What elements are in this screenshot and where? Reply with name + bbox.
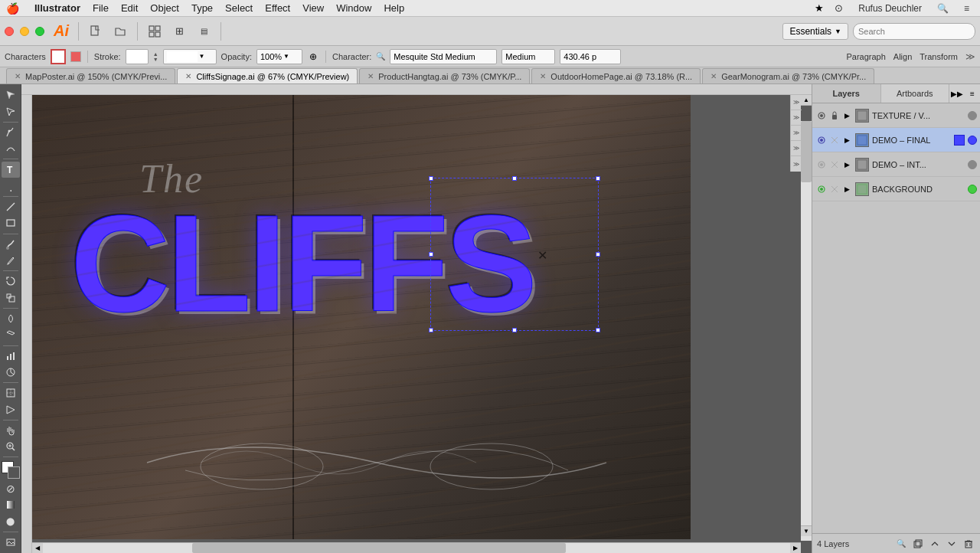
minimize-button[interactable] (20, 27, 29, 36)
hscroll-track[interactable] (43, 543, 790, 553)
vertical-scrollbar[interactable]: ▲ ▼ (801, 95, 812, 536)
type-tool[interactable]: T (2, 162, 20, 177)
pen-tool[interactable] (2, 125, 20, 140)
close-button[interactable] (5, 27, 14, 36)
image-import-btn[interactable] (2, 535, 20, 550)
layer-row-demo-int[interactable]: ▶ DEMO – INT... (812, 152, 980, 177)
layer-target-1[interactable] (968, 111, 977, 120)
layer-lock-2[interactable] (829, 135, 840, 146)
menu-view[interactable]: View (296, 1, 330, 15)
paintbrush-tool[interactable] (2, 237, 20, 252)
menu-select[interactable]: Select (219, 1, 259, 15)
stroke-color-swatch[interactable] (8, 466, 20, 479)
curvature-tool[interactable] (2, 141, 20, 156)
font-size-input[interactable]: 430.46 p (560, 49, 621, 64)
search-icon[interactable]: 🔍 (933, 2, 953, 15)
data-graph-tool[interactable] (2, 365, 20, 380)
move-up-btn[interactable] (928, 537, 942, 551)
tab-outdoor-homepage[interactable]: ✕ OutdoorHomePage.ai @ 73.18% (R... (531, 68, 701, 83)
menu-app[interactable]: Illustrator (28, 1, 87, 15)
artwork-canvas[interactable]: The CLIFFS (32, 95, 691, 539)
tab-map-poster[interactable]: ✕ MapPoster.ai @ 150% (CMYK/Previ... (6, 68, 175, 83)
toggle-btn[interactable]: ▤ (193, 21, 214, 42)
scroll-right-btn[interactable]: ▶ (790, 543, 801, 553)
stroke-up-btn[interactable]: ▲▼ (153, 51, 158, 62)
layer-target-3[interactable] (968, 160, 977, 169)
tab-gear-monogram[interactable]: ✕ GearMonogram.ai @ 73% (CMYK/Pr... (702, 68, 874, 83)
link-btn[interactable]: ⊕ (307, 51, 319, 63)
pencil-tool[interactable] (2, 253, 20, 268)
menu-window[interactable]: Window (330, 1, 377, 15)
essentials-dropdown[interactable]: Essentials ▼ (782, 23, 848, 40)
tab-product-hangtag[interactable]: ✕ ProductHangtag.ai @ 73% (CMYK/P... (359, 68, 530, 83)
expand-panel-btn-1[interactable]: ≫ (791, 95, 802, 110)
direct-select-tool[interactable] (2, 103, 20, 119)
scroll-thumb[interactable] (801, 121, 812, 182)
layer-target-2[interactable] (968, 136, 977, 145)
select-tool[interactable] (2, 87, 20, 103)
layer-visibility-1[interactable] (815, 110, 828, 122)
layers-tab[interactable]: Layers (812, 84, 881, 103)
tab-close-2[interactable]: ✕ (185, 72, 191, 80)
layer-expand-2[interactable]: ▶ (841, 135, 852, 146)
expand-panel-btn-5[interactable]: ≫ (791, 156, 802, 172)
menu-effect[interactable]: Effect (259, 1, 296, 15)
scroll-left-btn[interactable]: ◀ (32, 543, 43, 553)
hand-tool[interactable] (2, 423, 20, 438)
layer-visibility-2[interactable] (815, 134, 828, 146)
horizontal-scrollbar[interactable]: ◀ ▶ (32, 542, 801, 553)
font-name-select[interactable]: Mesquite Std Medium (390, 49, 497, 64)
tab-close-4[interactable]: ✕ (540, 72, 546, 80)
slice-tool[interactable] (2, 401, 20, 417)
menu-type[interactable]: Type (185, 1, 219, 15)
stroke-color-select[interactable]: ▼ (163, 49, 217, 64)
color-gradient-btn[interactable] (2, 497, 20, 512)
layer-expand-4[interactable]: ▶ (841, 184, 852, 195)
menu-edit[interactable]: Edit (115, 1, 144, 15)
stroke-input[interactable] (126, 49, 149, 64)
new-doc-btn[interactable] (85, 21, 106, 42)
menu-object[interactable]: Object (144, 1, 185, 15)
expand-panel-btn-2[interactable]: ≫ (791, 110, 802, 126)
layer-row-demo-final[interactable]: ▶ DEMO – FINAL (812, 128, 980, 152)
open-doc-btn[interactable] (109, 21, 131, 42)
layer-visibility-3[interactable] (815, 159, 828, 171)
new-layer-btn[interactable] (911, 537, 925, 551)
list-icon[interactable]: ≡ (959, 2, 974, 15)
layer-lock-3[interactable] (829, 159, 840, 170)
tab-close-1[interactable]: ✕ (15, 72, 21, 80)
fill-indicator[interactable] (70, 51, 81, 62)
move-down-btn[interactable] (945, 537, 959, 551)
warp-tool[interactable] (2, 311, 20, 326)
align-link[interactable]: Align (893, 52, 912, 61)
artboards-tab[interactable]: Artboards (881, 84, 950, 103)
free-transform-tool[interactable] (2, 327, 20, 342)
tab-close-5[interactable]: ✕ (710, 72, 717, 80)
line-tool[interactable] (2, 199, 20, 214)
toolbar-search[interactable] (853, 23, 975, 40)
fill-stroke-colors[interactable] (2, 461, 20, 478)
delete-layer-btn[interactable] (962, 537, 975, 551)
menu-file[interactable]: File (87, 1, 115, 15)
canvas-area[interactable]: The CLIFFS (21, 84, 812, 553)
no-fill-btn[interactable]: ⊘ (2, 481, 20, 496)
camera-icon[interactable]: ⊙ (830, 1, 848, 15)
layer-target-4[interactable] (968, 185, 977, 194)
layer-row-texture[interactable]: ▶ TEXTURE / V... (812, 103, 980, 128)
panel-options-btn[interactable]: ≫ (965, 51, 975, 62)
transform-link[interactable]: Transform (920, 52, 958, 61)
random-color-btn[interactable]: ⬤ (2, 513, 20, 528)
stroke-color[interactable] (51, 49, 66, 64)
font-style-select[interactable]: Medium (501, 49, 555, 64)
paragraph-link[interactable]: Paragraph (846, 52, 885, 61)
layer-lock-1[interactable] (829, 110, 840, 121)
layer-expand-3[interactable]: ▶ (841, 159, 852, 170)
layer-lock-4[interactable] (829, 184, 840, 195)
artboard-tool[interactable] (2, 385, 20, 401)
graph-tool[interactable] (2, 348, 20, 363)
panel-expand-btn[interactable]: ▶▶ (949, 84, 965, 103)
search-layers-btn[interactable]: 🔍 (894, 537, 908, 551)
maximize-button[interactable] (35, 27, 44, 36)
expand-panel-btn-3[interactable]: ≫ (791, 126, 802, 141)
layer-expand-1[interactable]: ▶ (841, 110, 852, 121)
